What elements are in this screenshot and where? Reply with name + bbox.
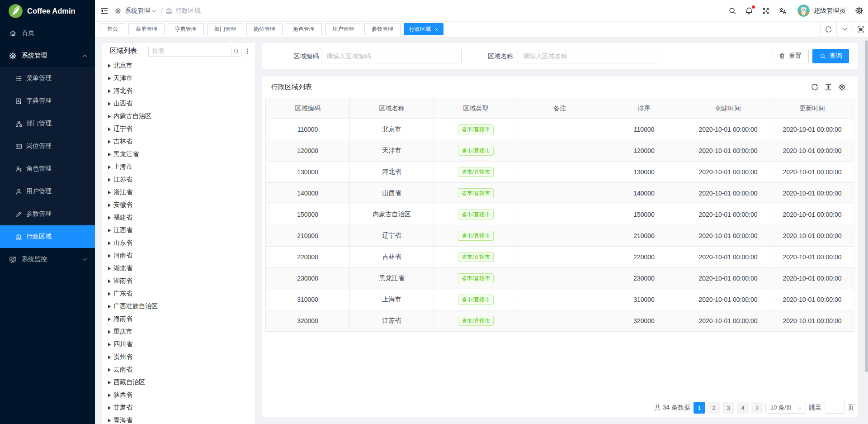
caret-right-icon[interactable] [108,305,111,309]
caret-right-icon[interactable] [108,140,111,144]
tree-item[interactable]: 黑龙江省 [102,148,255,161]
caret-right-icon[interactable] [108,330,111,334]
tab[interactable]: 字典管理 [168,23,204,35]
column-settings-icon[interactable] [838,83,846,91]
tab[interactable]: 行政区域 [404,23,443,35]
caret-right-icon[interactable] [108,127,111,131]
region-code-input[interactable] [321,49,462,63]
caret-right-icon[interactable] [108,381,111,385]
menu-fold-icon[interactable] [100,7,108,15]
tab[interactable]: 部门管理 [207,23,243,35]
tree-item[interactable]: 四川省 [102,338,255,351]
region-name-input[interactable] [518,49,658,63]
caret-right-icon[interactable] [108,368,111,372]
table-row[interactable]: 110000 北京市 省市/直辖市 110000 2020-10-01 00:0… [266,119,854,140]
table-row[interactable]: 140000 山西省 省市/直辖市 140000 2020-10-01 00:0… [266,183,854,204]
translate-icon[interactable] [778,7,787,15]
tree-item[interactable]: 湖北省 [102,262,255,275]
tree-item[interactable]: 河北省 [102,85,255,97]
more-options-icon[interactable] [244,46,252,57]
jump-to-page-input[interactable] [825,402,845,414]
tree-item[interactable]: 广东省 [102,287,255,300]
caret-right-icon[interactable] [108,89,111,93]
caret-right-icon[interactable] [108,279,111,283]
caret-right-icon[interactable] [108,216,111,220]
page-button[interactable]: 2 [708,402,720,414]
row-density-icon[interactable] [825,83,832,91]
notification-bell-icon[interactable] [745,7,753,15]
caret-right-icon[interactable] [108,393,111,397]
caret-right-icon[interactable] [108,419,111,423]
tabs-menu-chevron-icon[interactable] [836,22,853,37]
tree-item[interactable]: 北京市 [102,59,255,72]
page-button[interactable]: 3 [722,402,734,414]
tree-item[interactable]: 青海省 [102,414,255,424]
tree-item[interactable]: 浙江省 [102,186,255,199]
tab[interactable]: 参数管理 [364,23,401,35]
caret-right-icon[interactable] [108,76,111,81]
table-row[interactable]: 220000 吉林省 省市/直辖市 220000 2020-10-01 00:0… [266,247,854,268]
caret-right-icon[interactable] [108,102,111,106]
tree-item[interactable]: 重庆市 [102,325,255,338]
page-size-select[interactable]: 10 条/页 [765,402,806,414]
caret-right-icon[interactable] [108,64,111,68]
tree-item[interactable]: 福建省 [102,211,255,224]
table-row[interactable]: 150000 内蒙古自治区 省市/直辖市 150000 2020-10-01 0… [266,204,854,225]
region-tree-search-button[interactable] [231,46,241,57]
sidebar-menu-item[interactable]: 字典管理 [0,90,95,112]
caret-right-icon[interactable] [108,406,111,410]
table-row[interactable]: 120000 天津市 省市/直辖市 120000 2020-10-01 00:0… [266,140,854,162]
page-button[interactable]: 4 [737,402,749,414]
table-row[interactable]: 320000 江苏省 省市/直辖市 320000 2020-10-01 00:0… [266,310,854,332]
tree-item[interactable]: 陕西省 [102,389,255,401]
sidebar-menu-item[interactable]: 系统管理 [0,44,95,67]
tree-item[interactable]: 云南省 [102,363,255,376]
tab-close-icon[interactable] [434,28,438,31]
tab[interactable]: 首页 [100,23,125,35]
tab[interactable]: 岗位管理 [246,23,283,35]
table-row[interactable]: 130000 河北省 省市/直辖市 130000 2020-10-01 00:0… [266,162,854,183]
sidebar-menu-item[interactable]: 角色管理 [0,157,95,180]
tree-item[interactable]: 上海市 [102,161,255,173]
caret-right-icon[interactable] [108,343,111,347]
caret-right-icon[interactable] [108,355,111,359]
tree-item[interactable]: 天津市 [102,72,255,85]
sidebar-menu-item[interactable]: 菜单管理 [0,67,95,90]
avatar[interactable] [797,5,810,17]
tree-item[interactable]: 贵州省 [102,351,255,363]
sidebar-menu-item[interactable]: 系统监控 [0,248,95,271]
tree-item[interactable]: 内蒙古自治区 [102,110,255,123]
tab[interactable]: 用户管理 [325,23,361,35]
tree-item[interactable]: 山东省 [102,237,255,249]
sidebar-menu-item[interactable]: 部门管理 [0,112,95,135]
caret-right-icon[interactable] [108,254,111,258]
table-row[interactable]: 210000 辽宁省 省市/直辖市 210000 2020-10-01 00:0… [266,225,854,247]
sidebar-menu-item[interactable]: 行政区域 [0,225,95,248]
region-tree-search-input[interactable] [148,46,231,57]
caret-right-icon[interactable] [108,317,111,321]
reset-button[interactable]: 重置 [772,49,809,63]
tree-item[interactable]: 安徽省 [102,199,255,211]
caret-right-icon[interactable] [108,267,111,271]
fullscreen-icon[interactable] [762,7,770,15]
table-row[interactable]: 310000 上海市 省市/直辖市 310000 2020-10-01 00:0… [266,289,854,310]
tab[interactable]: 角色管理 [286,23,322,35]
tab[interactable]: 菜单管理 [128,23,165,35]
next-page-button[interactable] [751,402,763,414]
user-name[interactable]: 超级管理员 [814,7,845,15]
tree-item[interactable]: 河南省 [102,249,255,262]
caret-right-icon[interactable] [108,292,111,296]
caret-right-icon[interactable] [108,178,111,182]
sidebar-menu-item[interactable]: 岗位管理 [0,135,95,157]
sidebar-menu-item[interactable]: 用户管理 [0,180,95,203]
caret-right-icon[interactable] [108,114,111,119]
settings-gear-icon[interactable] [855,6,863,15]
caret-right-icon[interactable] [108,241,111,245]
tree-item[interactable]: 广西壮族自治区 [102,300,255,313]
search-button[interactable]: 查询 [812,49,849,63]
page-button[interactable]: 1 [693,402,705,414]
logo[interactable]: Coffee Admin [0,0,95,22]
tree-item[interactable]: 甘肃省 [102,401,255,414]
caret-right-icon[interactable] [108,203,111,207]
search-icon[interactable] [728,7,736,15]
